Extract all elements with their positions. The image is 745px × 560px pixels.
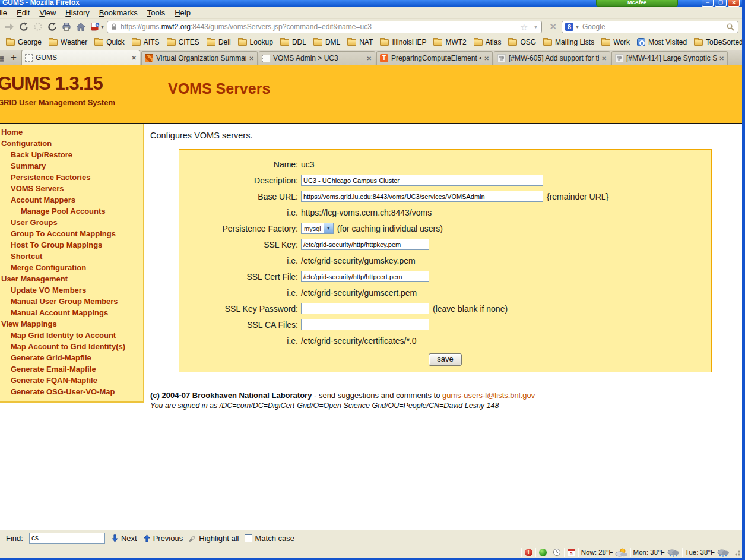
sidebar-item[interactable]: Generate Email-Mapfile [0, 363, 143, 375]
print-icon[interactable] [59, 20, 74, 33]
bookmark-item[interactable]: MWT2 [430, 38, 470, 46]
sidebar-item[interactable]: VOMS Servers [0, 183, 143, 194]
search-box[interactable]: 8 ▼ Google [562, 21, 738, 33]
clock-icon[interactable] [553, 548, 562, 557]
tab-close-icon[interactable]: ✕ [132, 55, 137, 61]
highlight-all-button[interactable]: Highlight all [189, 534, 239, 543]
mcafee-button[interactable]: McAfee [596, 0, 678, 7]
bookmark-item[interactable]: Dell [203, 38, 234, 46]
bookmark-item[interactable]: DDL [277, 38, 310, 46]
reload-icon[interactable] [17, 20, 31, 33]
tab-close-icon[interactable]: ✕ [602, 55, 607, 62]
weather-tuesday[interactable]: Tue: 38°F [685, 548, 730, 557]
weather-monday[interactable]: Mon: 38°F [633, 548, 680, 557]
bookmark-item[interactable]: Atlas [470, 38, 505, 46]
sidebar-item[interactable]: Generate FQAN-Mapfile [0, 375, 143, 386]
home-icon[interactable] [74, 20, 88, 33]
find-input[interactable] [29, 533, 105, 544]
minimize-button[interactable]: ─ [702, 0, 714, 7]
tab[interactable]: [#MW-414] Large Synoptic Sur... ✕ [611, 51, 728, 65]
search-icon[interactable] [726, 23, 735, 31]
bookmark-star-icon[interactable]: ☆ [520, 23, 528, 31]
sidebar-item[interactable]: Generate Grid-Mapfile [0, 352, 143, 363]
menu-item[interactable]: Help [170, 8, 195, 17]
sidebar-item[interactable]: Account Mappers [0, 194, 143, 205]
bookmark-item[interactable]: Mailing Lists [540, 38, 598, 46]
tab-close-icon[interactable]: ✕ [249, 55, 254, 62]
menu-item[interactable]: Tools [142, 8, 170, 17]
tab[interactable]: VOMS Admin > UC3 ✕ [259, 51, 375, 65]
menu-item[interactable]: View [34, 8, 61, 17]
refresh-icon[interactable] [45, 20, 59, 33]
sidebar-item[interactable]: View Mappings [0, 318, 143, 330]
maximize-button[interactable]: ❐ [715, 0, 727, 7]
sidebar-item[interactable]: User Groups [0, 217, 143, 228]
description-input[interactable] [301, 175, 543, 186]
sidebar-item[interactable]: Update VO Members [0, 284, 143, 296]
bookmark-item[interactable]: DML [310, 38, 344, 46]
bookmark-item[interactable]: Most Visited [633, 38, 690, 46]
menu-item[interactable]: Bookmarks [94, 8, 142, 17]
sidebar-item[interactable]: Merge Configuration [0, 262, 143, 273]
menu-item[interactable]: File [0, 8, 12, 17]
tab[interactable]: PreparingComputeElement < R... ✕ [376, 51, 493, 65]
status-green-icon[interactable] [538, 548, 547, 557]
sidebar-item[interactable]: Map Account to Grid Identity(s) [0, 341, 143, 352]
sidebar-item[interactable]: Manual Account Mappings [0, 307, 143, 318]
persistence-factory-select[interactable]: mysql ▼ [301, 223, 334, 234]
stop-load-icon[interactable]: ✕ [544, 21, 562, 32]
bookmark-item[interactable]: Lookup [234, 38, 277, 46]
close-button[interactable]: ✕ [728, 0, 740, 7]
stop-icon[interactable] [31, 20, 45, 33]
google-engine-icon[interactable]: 8 [565, 23, 573, 31]
sidebar-item[interactable]: Home [0, 126, 143, 138]
bookmark-item[interactable]: IllinoisHEP [376, 38, 430, 46]
menu-item[interactable]: History [61, 8, 94, 17]
sidebar-item[interactable]: Back Up/Restore [0, 149, 143, 160]
engine-dropdown-icon[interactable]: ▼ [575, 25, 579, 29]
pdf-dropdown-caret[interactable]: ▼ [100, 25, 104, 29]
tab-close-icon[interactable]: ✕ [367, 55, 372, 62]
weather-now[interactable]: Now: 28°F [581, 548, 628, 557]
bookmark-item[interactable]: OSG [505, 38, 540, 46]
bookmark-item[interactable]: AITS [128, 38, 163, 46]
error-console-icon[interactable] [524, 548, 533, 557]
forward-icon[interactable] [2, 20, 17, 33]
new-tab-button[interactable]: + [6, 52, 21, 65]
find-previous-button[interactable]: Previous [143, 534, 183, 543]
match-case-checkbox[interactable]: Match case [245, 534, 294, 543]
ssl-ca-input[interactable] [301, 319, 429, 330]
base-url-input[interactable] [301, 191, 543, 202]
sidebar-item[interactable]: Host To Group Mappings [0, 239, 143, 251]
ssl-password-input[interactable] [301, 303, 429, 314]
bookmark-item[interactable]: Quick [91, 38, 128, 46]
sidebar-item[interactable]: User Management [0, 273, 143, 284]
sidebar-item[interactable]: Configuration [0, 138, 143, 149]
find-next-button[interactable]: Next [111, 534, 137, 543]
bookmark-item[interactable]: George [2, 38, 45, 46]
sidebar-item[interactable]: Persistence Factories [0, 172, 143, 183]
tab-close-icon[interactable]: ✕ [719, 55, 724, 62]
sidebar-item[interactable]: Shortcut [0, 251, 143, 262]
bookmark-item[interactable]: CITES [163, 38, 203, 46]
checkbox-icon[interactable] [245, 534, 252, 542]
sidebar-item[interactable]: Manage Pool Accounts [0, 205, 143, 217]
bookmark-item[interactable]: Work [598, 38, 633, 46]
tab[interactable]: Virtual Organization Summary -... ✕ [141, 51, 258, 65]
bookmark-item[interactable]: Weather [45, 38, 91, 46]
bookmark-item[interactable]: NAT [344, 38, 376, 46]
menu-item[interactable]: Edit [12, 8, 34, 17]
save-button[interactable]: save [429, 353, 461, 366]
tab[interactable]: [#MW-605] Add support for th... ✕ [494, 51, 610, 65]
sidebar-item[interactable]: Map Grid Identity to Account [0, 330, 143, 341]
url-bar[interactable]: https://gums.mwt2.org:8443/gums/vomsServ… [107, 21, 542, 33]
sidebar-item[interactable]: Group To Account Mappings [0, 228, 143, 239]
tab-list-icon[interactable]: ▦ [0, 52, 6, 65]
ssl-cert-input[interactable] [301, 271, 429, 282]
resize-grip[interactable] [733, 549, 741, 556]
sidebar-item[interactable]: Generate OSG-User-VO-Map [0, 386, 143, 397]
calendar-icon[interactable]: 5 [567, 548, 576, 557]
tab-close-icon[interactable]: ✕ [484, 55, 489, 62]
tab[interactable]: GUMS ✕ [21, 50, 140, 65]
url-dropdown-icon[interactable]: ▼ [531, 24, 538, 30]
